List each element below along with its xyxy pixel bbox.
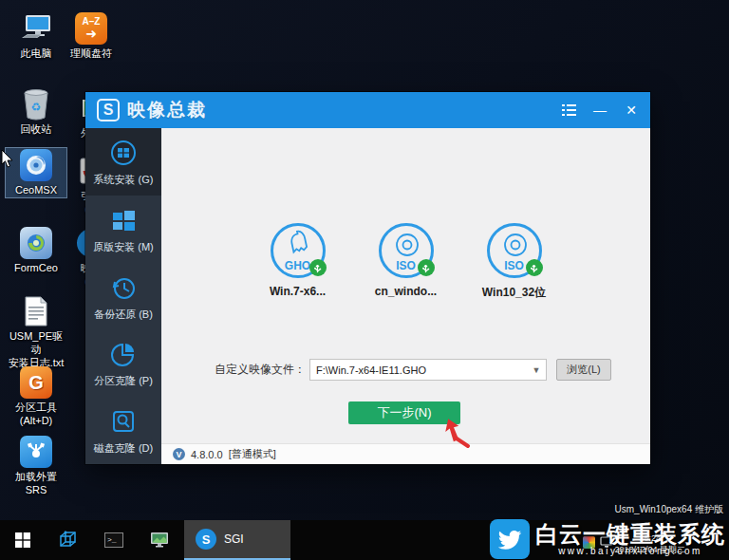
window-titlebar[interactable]: S 映像总裁 — ✕ [85, 92, 650, 128]
file-type-label: ISO [503, 260, 525, 271]
version-badge-icon: V [173, 448, 185, 460]
desktop-icon-ceomsx[interactable]: CeoMSX [6, 148, 66, 197]
sidebar-item-label: 系统安装 (G) [85, 173, 161, 187]
diskgenius-icon: G [19, 365, 53, 400]
system-install-icon [85, 139, 161, 169]
desktop-icon-label: USM_PE驱动 安装日志.txt [6, 330, 66, 369]
mouse-cursor [1, 149, 14, 173]
watermark-title: 白云一键重装系统 [535, 522, 725, 546]
file-field-label: 自定义映像文件： [215, 362, 306, 378]
usb-badge-icon [418, 259, 435, 276]
sidebar-item-backup-restore[interactable]: 备份还原 (B) [85, 263, 161, 330]
file-type-label: ISO [395, 260, 417, 271]
desktop-icon-load-srs[interactable]: 加载外置SRS [6, 435, 66, 497]
close-icon[interactable]: ✕ [624, 103, 639, 118]
iso-file-icon: ISO [379, 223, 434, 278]
image-path-combobox[interactable]: F:\Win.7-x64-IE11.GHO ▼ [309, 359, 547, 381]
recycle-bin-icon: ♻ [19, 87, 53, 121]
window-statusbar: V 4.8.0.0 [普通模式] [161, 443, 650, 464]
image-file-label: cn_windo... [359, 285, 454, 298]
taskbar-app-sgi[interactable]: S SGI [184, 520, 290, 560]
image-tiles: GHO Win.7-x6... [161, 223, 650, 301]
annotation-arrow-icon [443, 418, 476, 452]
image-file-label: Win.7-x6... [251, 285, 346, 298]
desktop: 此电脑 ♻ 回收站 CeoMSX [0, 0, 729, 560]
watermark: 白云一键重装系统 www.baiyunxitong.com [490, 519, 725, 559]
sort-drives-icon: A–Z ➜ [74, 11, 108, 46]
svg-text:♻: ♻ [31, 101, 42, 114]
taskbar-app-label: SGI [224, 532, 244, 546]
bird-logo-icon [490, 519, 530, 559]
main-panel: GHO Win.7-x6... [161, 128, 650, 464]
desktop-icon-recycle-bin[interactable]: ♻ 回收站 [6, 87, 66, 137]
text-file-icon [19, 294, 53, 328]
desktop-icon-label: 此电脑 [6, 47, 66, 61]
sidebar-item-label: 分区克隆 (P) [85, 374, 161, 388]
sgi-window: S 映像总裁 — ✕ [85, 92, 650, 464]
iso-file-icon: ISO [487, 223, 542, 278]
sidebar-item-label: 磁盘克隆 (D) [85, 441, 161, 456]
cmd-icon[interactable]: >_ [103, 529, 125, 551]
pe-version-label: Usm_Win10pex64 维护版 [615, 503, 723, 516]
sidebar-item-label: 备份还原 (B) [85, 308, 161, 322]
sidebar: 系统安装 (G) 原版安装 (M) [85, 128, 161, 464]
usb-badge-icon [526, 259, 543, 276]
desktop-icon-sort-drives[interactable]: A–Z ➜ 理顺盘符 [61, 11, 122, 61]
watermark-url: www.baiyunxitong.com [535, 546, 725, 556]
app-logo: S [97, 99, 120, 121]
desktop-icon-label: CeoMSX [6, 184, 66, 197]
desktop-icon-label: 回收站 [6, 123, 66, 137]
image-file-label: Win10_32位 [467, 285, 562, 301]
desktop-icon-partition-tool[interactable]: G 分区工具 (Alt+D) [6, 365, 66, 428]
image-tile-gho[interactable]: GHO Win.7-x6... [251, 223, 346, 301]
sgi-logo-icon: S [196, 529, 216, 550]
version-text: 4.8.0.0 [191, 449, 223, 460]
desktop-icon-label: 加载外置SRS [6, 471, 66, 497]
disk-clone-icon [85, 407, 161, 438]
formceo-icon [19, 226, 53, 260]
window-title: 映像总裁 [127, 98, 207, 122]
usb-badge-icon [309, 259, 327, 276]
partition-clone-icon [85, 340, 161, 370]
original-install-icon [85, 206, 161, 236]
ceomsx-icon [19, 148, 53, 182]
desktop-icon-label: FormCeo [6, 262, 66, 275]
image-path-value: F:\Win.7-x64-IE11.GHO [310, 364, 527, 376]
minimize-icon[interactable]: — [592, 103, 608, 118]
image-tile-iso-2[interactable]: ISO Win10_32位 [467, 223, 562, 301]
desktop-icon-formceo[interactable]: FormCeo [6, 226, 66, 275]
image-file-form: 自定义映像文件： F:\Win.7-x64-IE11.GHO ▼ 浏览(L) [161, 359, 650, 381]
desktop-icon-label: 理顺盘符 [61, 47, 122, 61]
browse-button[interactable]: 浏览(L) [556, 359, 611, 381]
menu-icon[interactable] [561, 103, 576, 118]
srs-icon [19, 435, 53, 469]
sidebar-item-original-install[interactable]: 原版安装 (M) [85, 196, 161, 263]
desktop-icon-this-pc[interactable]: 此电脑 [6, 11, 66, 61]
gho-file-icon: GHO [271, 223, 326, 278]
desktop-icon-usm-log[interactable]: USM_PE驱动 安装日志.txt [6, 294, 66, 369]
pecmd-cube-icon[interactable] [57, 529, 80, 551]
file-type-label: GHO [284, 260, 311, 271]
image-tile-iso-1[interactable]: ISO cn_windo... [359, 223, 454, 301]
chevron-down-icon[interactable]: ▼ [527, 360, 546, 380]
desktop-icon-label: 分区工具 (Alt+D) [6, 401, 66, 428]
computer-icon [19, 11, 53, 46]
sidebar-item-partition-clone[interactable]: 分区克隆 (P) [85, 329, 161, 397]
backup-restore-icon [85, 273, 161, 304]
sidebar-item-label: 原版安装 (M) [85, 240, 161, 254]
mode-text: [普通模式] [229, 447, 276, 461]
display-settings-icon[interactable] [148, 529, 171, 551]
sidebar-item-system-install[interactable]: 系统安装 (G) [85, 128, 161, 196]
start-button[interactable] [11, 529, 34, 551]
sidebar-item-disk-clone[interactable]: 磁盘克隆 (D) [85, 397, 161, 464]
